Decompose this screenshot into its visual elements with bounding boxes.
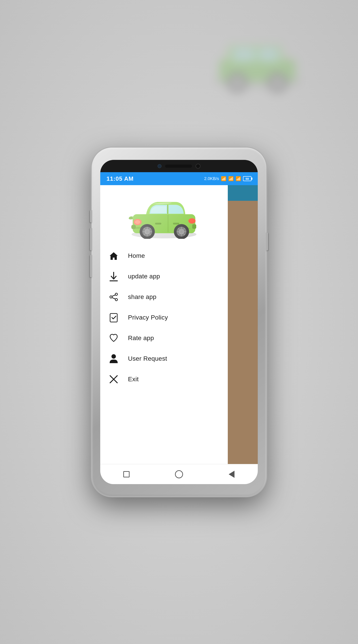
background-car-blur	[201, 14, 313, 103]
update-app-label: update app	[128, 273, 160, 280]
volume-down-button[interactable]	[90, 255, 92, 277]
svg-rect-16	[173, 223, 179, 224]
heart-icon	[108, 333, 119, 344]
recent-apps-icon	[123, 471, 130, 478]
rate-app-label: Rate app	[128, 334, 154, 342]
phone-screen: 11:05 AM 2.0KB/s 📶 📶 📶 68	[100, 160, 258, 484]
svg-rect-3	[233, 48, 255, 62]
right-panel-header	[228, 185, 258, 201]
status-bar: 11:05 AM 2.0KB/s 📶 📶 📶 68	[100, 172, 258, 185]
home-button[interactable]	[172, 468, 186, 481]
svg-rect-35	[192, 224, 196, 229]
phone-device: 11:05 AM 2.0KB/s 📶 📶 📶 68	[92, 148, 266, 496]
right-panel-body	[228, 201, 258, 464]
svg-point-19	[188, 218, 196, 224]
svg-point-38	[115, 293, 118, 296]
svg-rect-34	[131, 225, 136, 229]
svg-point-44	[111, 354, 116, 359]
status-time: 11:05 AM	[107, 175, 134, 182]
menu-item-exit[interactable]: Exit	[100, 369, 228, 390]
volume-up-button[interactable]	[90, 228, 92, 250]
right-panel	[228, 185, 258, 464]
svg-line-42	[112, 298, 115, 299]
signal-icon: 📶	[228, 176, 234, 181]
user-request-label: User Request	[128, 355, 167, 362]
menu-item-home[interactable]: Home	[100, 246, 228, 266]
volume-silent-button[interactable]	[90, 210, 92, 222]
menu-item-update-app[interactable]: update app	[100, 266, 228, 287]
share-icon	[108, 292, 119, 302]
battery-icon: 68	[243, 176, 251, 181]
download-icon	[108, 271, 119, 282]
car-image	[126, 190, 202, 239]
front-camera	[158, 164, 162, 168]
svg-line-41	[112, 295, 115, 296]
network-speed-icon: 2.0KB/s	[204, 176, 219, 181]
home-icon	[108, 250, 119, 261]
privacy-policy-label: Privacy Policy	[128, 314, 168, 321]
share-app-label: share app	[128, 294, 156, 300]
signal-icon2: 📶	[236, 176, 241, 181]
svg-point-7	[234, 80, 240, 86]
back-nav-icon	[229, 471, 234, 478]
status-icons: 2.0KB/s 📶 📶 📶 68	[204, 176, 251, 181]
home-nav-icon	[175, 470, 183, 478]
exit-label: Exit	[128, 376, 139, 383]
policy-icon	[108, 312, 119, 323]
car-header	[100, 185, 228, 243]
back-button[interactable]	[225, 468, 238, 481]
svg-point-10	[274, 80, 281, 86]
camera-sensor	[196, 164, 200, 168]
svg-rect-15	[155, 223, 161, 224]
speaker-grill	[165, 164, 192, 168]
svg-rect-4	[258, 48, 278, 62]
menu-item-rate-app[interactable]: Rate app	[100, 328, 228, 348]
menu-item-privacy-policy[interactable]: Privacy Policy	[100, 307, 228, 328]
drawer-panel: Home update app	[100, 185, 228, 464]
exit-icon	[108, 374, 119, 384]
bottom-navigation	[100, 464, 258, 484]
menu-list: Home update app	[100, 243, 228, 392]
home-label: Home	[128, 252, 145, 260]
phone-notch	[100, 160, 258, 172]
recent-apps-button[interactable]	[120, 468, 133, 481]
svg-rect-43	[110, 314, 117, 322]
menu-item-share-app[interactable]: share app	[100, 287, 228, 307]
svg-point-40	[115, 298, 118, 301]
power-button[interactable]	[266, 232, 268, 250]
wifi-icon: 📶	[221, 176, 226, 181]
menu-item-user-request[interactable]: User Request	[100, 348, 228, 369]
svg-point-39	[110, 296, 112, 298]
screen-content: Home update app	[100, 185, 258, 464]
svg-point-18	[135, 220, 140, 224]
user-icon	[108, 353, 119, 364]
